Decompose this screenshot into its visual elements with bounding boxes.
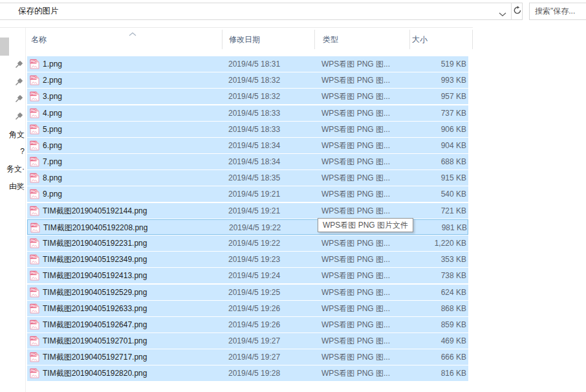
file-row[interactable]: PNG TIM截图20190405192820.png 2019/4/5 19:…	[27, 365, 468, 381]
file-name: TIM截图20190405192413.png	[43, 268, 147, 283]
column-separator[interactable]	[472, 30, 473, 49]
file-row[interactable]: PNG TIM截图20190405192633.png 2019/4/5 19:…	[27, 301, 468, 316]
pin-icon[interactable]	[15, 113, 23, 120]
file-name: TIM截图20190405192529.png	[43, 285, 147, 300]
file-row[interactable]: PNG TIM截图20190405192413.png 2019/4/5 19:…	[27, 268, 468, 283]
file-name: 2.png	[43, 72, 62, 88]
file-size: 737 KB	[388, 105, 466, 121]
png-file-icon: PNG	[30, 254, 39, 265]
png-file-icon: PNG	[30, 320, 39, 330]
svg-text:PNG: PNG	[30, 272, 37, 276]
file-row[interactable]: PNG 3.png 2019/4/5 18:32 WPS看图 PNG 图... …	[27, 89, 468, 104]
png-file-icon: PNG	[30, 157, 39, 167]
column-header-type[interactable]: 类型	[323, 34, 338, 45]
svg-text:PNG: PNG	[30, 158, 37, 161]
file-date: 2019/4/5 19:21	[228, 186, 280, 202]
nav-scrollbar-thumb[interactable]	[0, 38, 9, 56]
breadcrumb[interactable]: 保存的图片	[18, 3, 59, 20]
type-tooltip: WPS看图 PNG 图片文件	[318, 218, 413, 232]
svg-text:PNG: PNG	[30, 370, 37, 373]
png-file-icon: PNG	[30, 368, 39, 378]
file-row[interactable]: PNG 4.png 2019/4/5 18:33 WPS看图 PNG 图... …	[27, 105, 468, 121]
file-row[interactable]: PNG 2.png 2019/4/5 18:32 WPS看图 PNG 图... …	[27, 72, 468, 88]
file-date: 2019/4/5 19:26	[228, 301, 280, 316]
file-size: 868 KB	[388, 301, 466, 316]
file-size: 993 KB	[388, 72, 466, 88]
file-row[interactable]: PNG TIM截图20190405192144.png 2019/4/5 19:…	[27, 203, 468, 219]
file-name: TIM截图20190405192633.png	[43, 301, 147, 316]
file-name: TIM截图20190405192717.png	[43, 349, 147, 365]
file-date: 2019/4/5 18:35	[228, 170, 280, 186]
file-date: 2019/4/5 19:27	[228, 333, 280, 349]
file-name: 5.png	[43, 122, 62, 137]
file-date: 2019/4/5 18:33	[228, 105, 280, 121]
pin-icon[interactable]	[15, 78, 23, 86]
file-size: 957 KB	[388, 89, 466, 104]
file-row[interactable]: PNG TIM截图20190405192647.png 2019/4/5 19:…	[27, 317, 468, 332]
file-row[interactable]: PNG 7.png 2019/4/5 18:34 WPS看图 PNG 图... …	[27, 154, 468, 169]
file-row[interactable]: PNG TIM截图20190405192349.png 2019/4/5 19:…	[27, 252, 468, 267]
file-row[interactable]: PNG TIM截图20190405192717.png 2019/4/5 19:…	[27, 349, 468, 365]
pin-icon[interactable]	[15, 95, 23, 103]
file-size: 540 KB	[388, 186, 466, 202]
column-header-name[interactable]: 名称	[31, 34, 47, 45]
svg-text:PNG: PNG	[30, 76, 37, 80]
column-separator[interactable]	[314, 30, 315, 49]
file-name: 9.png	[43, 186, 62, 202]
png-file-icon: PNG	[30, 59, 39, 69]
png-file-icon: PNG	[30, 173, 39, 183]
file-size: 469 KB	[388, 333, 466, 349]
file-name: TIM截图20190405192820.png	[43, 365, 147, 381]
png-file-icon: PNG	[30, 336, 39, 346]
file-row[interactable]: PNG 6.png 2019/4/5 18:34 WPS看图 PNG 图... …	[27, 138, 468, 153]
file-date: 2019/4/5 19:22	[229, 220, 281, 235]
file-date: 2019/4/5 19:26	[228, 317, 280, 332]
sidebar-item-label[interactable]: 角文	[0, 129, 25, 140]
svg-text:PNG: PNG	[30, 191, 37, 194]
file-size: 906 KB	[388, 122, 466, 137]
file-row[interactable]: PNG 8.png 2019/4/5 18:35 WPS看图 PNG 图... …	[27, 170, 468, 186]
png-file-icon: PNG	[30, 124, 39, 135]
svg-text:PNG: PNG	[30, 256, 37, 259]
column-header-date[interactable]: 修改日期	[229, 34, 260, 45]
sidebar-item-label[interactable]: 由奖	[0, 181, 25, 192]
file-name: TIM截图20190405192144.png	[43, 203, 147, 219]
file-size: 904 KB	[388, 138, 466, 153]
file-row[interactable]: PNG TIM截图20190405192701.png 2019/4/5 19:…	[27, 333, 468, 349]
file-row[interactable]: PNG TIM截图20190405192529.png 2019/4/5 19:…	[27, 285, 468, 300]
file-row[interactable]: PNG 5.png 2019/4/5 18:33 WPS看图 PNG 图... …	[27, 122, 468, 137]
column-separator[interactable]	[409, 30, 410, 49]
png-file-icon: PNG	[30, 91, 39, 102]
pane-divider	[25, 28, 26, 392]
file-name: 1.png	[43, 56, 62, 72]
file-size: 816 KB	[388, 365, 466, 381]
png-file-icon: PNG	[30, 270, 39, 281]
file-date: 2019/4/5 18:32	[228, 72, 280, 88]
svg-text:PNG: PNG	[30, 174, 37, 177]
sidebar-item-label[interactable]: ?	[0, 147, 25, 156]
column-header-size[interactable]: 大小	[412, 34, 428, 45]
file-row[interactable]: PNG TIM截图20190405192231.png 2019/4/5 19:…	[27, 235, 468, 251]
address-bar[interactable]	[0, 3, 523, 20]
file-size: 353 KB	[388, 252, 466, 267]
file-size: 859 KB	[388, 317, 466, 332]
svg-text:PNG: PNG	[30, 125, 37, 129]
chevron-down-icon[interactable]	[499, 10, 506, 14]
png-file-icon: PNG	[30, 303, 39, 314]
search-placeholder: 搜索"保存...	[535, 3, 575, 20]
file-row[interactable]: PNG 9.png 2019/4/5 19:21 WPS看图 PNG 图... …	[27, 186, 468, 202]
file-date: 2019/4/5 18:34	[228, 154, 280, 169]
file-row[interactable]: PNG 1.png 2019/4/5 18:31 WPS看图 PNG 图... …	[27, 56, 468, 72]
file-name: TIM截图20190405192349.png	[43, 252, 147, 267]
file-date: 2019/4/5 19:22	[228, 235, 280, 251]
svg-text:PNG: PNG	[30, 109, 37, 113]
file-date: 2019/4/5 19:23	[228, 252, 280, 267]
sort-ascending-icon	[129, 29, 136, 33]
refresh-button[interactable]	[512, 3, 523, 20]
pin-icon[interactable]	[15, 61, 23, 69]
sidebar-item-label[interactable]: 务文·	[0, 164, 25, 175]
svg-text:PNG: PNG	[30, 321, 37, 324]
file-name: 6.png	[43, 138, 62, 153]
column-separator[interactable]	[222, 30, 222, 49]
file-size: 688 KB	[388, 154, 466, 169]
